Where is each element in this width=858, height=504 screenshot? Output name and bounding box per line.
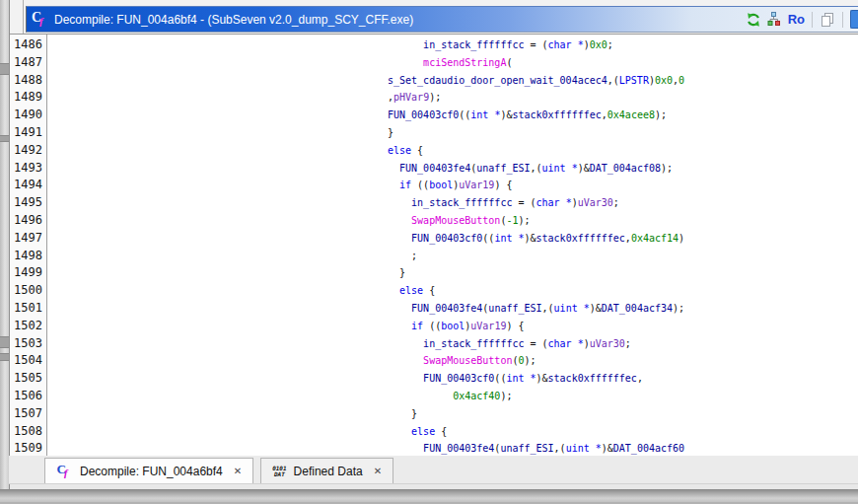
code-token-plain[interactable]: (( bbox=[494, 373, 506, 384]
close-icon[interactable]: ✕ bbox=[374, 466, 382, 476]
code-line[interactable]: else { bbox=[388, 142, 423, 160]
code-token-var[interactable]: uVar30 bbox=[590, 338, 625, 349]
code-token-navy[interactable]: FUN_00403fe4 bbox=[423, 443, 494, 454]
code-token-plain[interactable]: { bbox=[435, 426, 447, 437]
code-token-var[interactable]: uVar19 bbox=[470, 321, 506, 331]
code-token-plain[interactable]: ) { bbox=[506, 321, 524, 331]
code-token-kw[interactable]: int * bbox=[494, 233, 524, 244]
code-line[interactable]: else { bbox=[388, 423, 447, 441]
code-line[interactable]: } bbox=[388, 264, 405, 282]
code-line[interactable]: SwapMouseButton(0); bbox=[388, 352, 536, 370]
code-token-var[interactable]: uVar30 bbox=[578, 197, 613, 208]
code-token-plain[interactable]: ); bbox=[500, 391, 512, 401]
code-token-navy[interactable]: in_stack_ffffffcc bbox=[423, 39, 524, 50]
code-token-plain[interactable]: , bbox=[637, 373, 643, 384]
decompiled-code[interactable]: in_stack_ffffffcc = (char *)0x0;mciSendS… bbox=[388, 35, 858, 456]
code-token-plain[interactable]: ) { bbox=[494, 180, 512, 190]
code-line[interactable]: 0x4acf40); bbox=[388, 388, 512, 405]
code-line[interactable]: in_stack_ffffffcc = (char *)uVar30; bbox=[388, 194, 619, 212]
code-token-const[interactable]: 0x0 bbox=[655, 75, 673, 86]
graph-icon[interactable] bbox=[767, 10, 782, 30]
code-token-plain[interactable]: ; bbox=[625, 338, 631, 349]
code-token-navy[interactable]: in_stack_ffffffcc bbox=[411, 197, 512, 208]
code-token-plain[interactable]: (( bbox=[411, 180, 429, 190]
copy-icon[interactable] bbox=[820, 10, 835, 30]
code-token-kw[interactable]: else bbox=[399, 285, 423, 296]
code-token-plain[interactable]: )& bbox=[524, 233, 536, 244]
clipped-toolbar-icon[interactable] bbox=[850, 10, 858, 29]
code-token-plain[interactable]: ); bbox=[518, 215, 530, 226]
code-token-plain[interactable]: { bbox=[423, 285, 435, 296]
code-token-plain[interactable]: } bbox=[411, 408, 417, 419]
code-token-kw[interactable]: LPSTR bbox=[619, 75, 649, 86]
code-token-kw[interactable]: int * bbox=[470, 109, 500, 120]
code-line[interactable]: FUN_00403fe4(unaff_ESI,(uint *)&DAT_004a… bbox=[388, 160, 673, 178]
code-token-navy[interactable]: FUN_00403cf0 bbox=[423, 373, 494, 384]
code-token-navy[interactable]: in_stack_ffffffcc bbox=[423, 338, 524, 349]
code-token-kw[interactable]: uint * bbox=[566, 443, 602, 454]
code-token-navy[interactable]: DAT_004acf60 bbox=[613, 443, 684, 454]
code-token-var[interactable]: pHVar9 bbox=[393, 92, 429, 103]
code-token-plain[interactable]: (( bbox=[482, 233, 494, 244]
code-line[interactable]: FUN_00403fe4(unaff_ESI,(uint *)&DAT_004a… bbox=[388, 300, 684, 318]
code-line[interactable]: FUN_00403cf0((int *)&stack0xffffffec, bbox=[388, 370, 643, 388]
code-token-kw[interactable]: bool bbox=[429, 180, 453, 190]
code-token-const[interactable]: 0x4acf40 bbox=[453, 391, 500, 401]
tab-decompile[interactable]: Cf Decompile: FUN_004a6bf4 ✕ bbox=[44, 458, 253, 483]
code-token-navy[interactable]: FUN_00403fe4 bbox=[399, 163, 470, 174]
code-token-extern[interactable]: SwapMouseButton bbox=[411, 215, 500, 226]
code-line[interactable]: if ((bool)uVar19) { bbox=[388, 318, 525, 335]
code-token-plain[interactable]: )& bbox=[536, 373, 548, 384]
code-token-plain[interactable]: = ( bbox=[524, 39, 547, 50]
code-token-kw[interactable]: if bbox=[399, 180, 411, 190]
code-token-plain[interactable]: } bbox=[388, 127, 393, 138]
code-line[interactable]: else { bbox=[388, 282, 435, 300]
code-line[interactable]: mciSendStringA( bbox=[388, 54, 512, 72]
code-token-kw[interactable]: uint * bbox=[542, 163, 578, 174]
code-token-navy[interactable]: FUN_00403fe4 bbox=[411, 303, 482, 314]
code-line[interactable]: in_stack_ffffffcc = (char *)uVar30; bbox=[388, 335, 631, 353]
code-line[interactable]: s_Set_cdaudio_door_open_wait_004acec4,(L… bbox=[388, 72, 684, 90]
code-token-plain[interactable]: ; bbox=[411, 251, 417, 261]
code-token-kw[interactable]: bool bbox=[441, 321, 465, 331]
code-line[interactable]: } bbox=[388, 124, 393, 142]
code-token-navy[interactable]: unaff_ESI bbox=[488, 303, 541, 314]
code-token-plain[interactable]: ( bbox=[506, 57, 512, 68]
code-token-var[interactable]: uVar19 bbox=[459, 180, 494, 190]
code-token-plain[interactable]: ); bbox=[673, 303, 684, 314]
code-token-navy[interactable]: DAT_004acf34 bbox=[602, 303, 673, 314]
decompile-panel-header[interactable]: Cf Decompile: FUN_004a6bf4 - (SubSeven v… bbox=[26, 6, 858, 33]
code-token-kw[interactable]: else bbox=[411, 426, 435, 437]
code-line[interactable]: FUN_00403fe4(unaff_ESI,(uint *)&DAT_004a… bbox=[388, 440, 684, 457]
code-token-plain[interactable]: } bbox=[399, 267, 405, 278]
code-token-plain[interactable]: = ( bbox=[512, 197, 536, 208]
code-token-plain[interactable]: ); bbox=[655, 109, 667, 120]
code-token-const[interactable]: 0 bbox=[679, 75, 684, 86]
code-token-kw[interactable]: if bbox=[411, 321, 423, 331]
code-token-const[interactable]: 0x0 bbox=[590, 39, 608, 50]
code-token-plain[interactable]: ); bbox=[524, 355, 536, 366]
code-token-kw[interactable]: int * bbox=[506, 373, 536, 384]
code-token-navy[interactable]: unaff_ESI bbox=[500, 443, 553, 454]
code-token-extern[interactable]: SwapMouseButton bbox=[423, 355, 512, 366]
code-line[interactable]: ; bbox=[388, 248, 417, 265]
code-token-plain[interactable]: ; bbox=[613, 197, 619, 208]
code-token-plain[interactable]: ; bbox=[608, 39, 613, 50]
code-token-kw[interactable]: char * bbox=[548, 39, 584, 50]
code-token-navy[interactable]: stack0xffffffec bbox=[512, 109, 601, 120]
refresh-icon[interactable] bbox=[746, 10, 761, 30]
code-token-const[interactable]: 0x4acee8 bbox=[608, 109, 655, 120]
code-token-plain[interactable]: )& bbox=[602, 443, 613, 454]
code-line[interactable]: FUN_00403cf0((int *)&stack0xffffffec,0x4… bbox=[388, 230, 684, 248]
code-token-navy[interactable]: s_Set_cdaudio_door_open_wait_004acec4 bbox=[388, 75, 608, 86]
tab-defined-data[interactable]: 0101 DAT Defined Data ✕ bbox=[260, 458, 393, 483]
code-token-plain[interactable]: )& bbox=[590, 303, 602, 314]
ro-icon[interactable]: Ro bbox=[788, 10, 805, 30]
code-token-plain[interactable]: ) bbox=[679, 233, 684, 244]
code-token-plain[interactable]: )& bbox=[500, 109, 512, 120]
code-line[interactable]: FUN_00403cf0((int *)&stack0xffffffec,0x4… bbox=[388, 107, 667, 124]
code-token-plain[interactable]: ,( bbox=[531, 163, 542, 174]
code-token-plain[interactable]: )& bbox=[578, 163, 590, 174]
code-token-plain[interactable]: ); bbox=[661, 163, 673, 174]
code-line[interactable]: SwapMouseButton(-1); bbox=[388, 212, 531, 230]
